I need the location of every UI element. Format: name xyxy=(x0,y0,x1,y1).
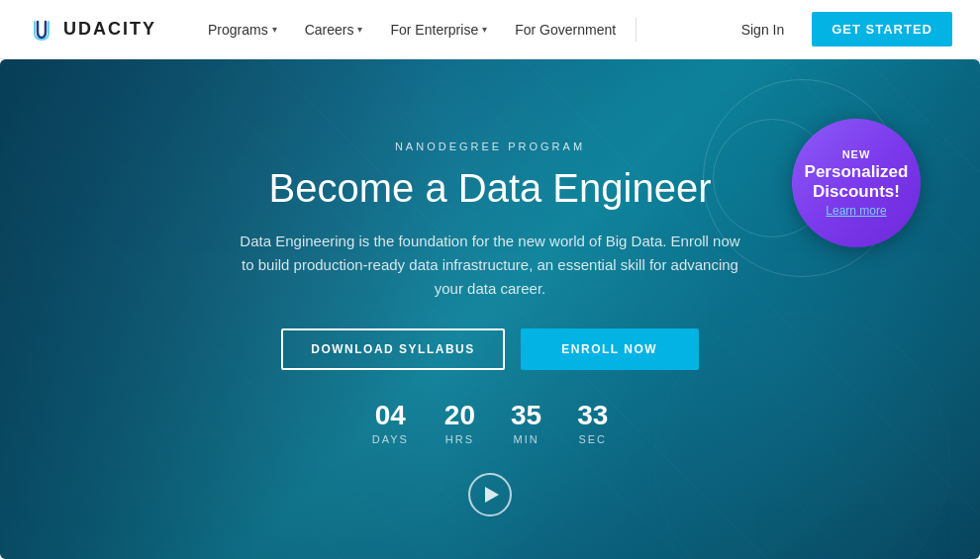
logo-link[interactable]: UDACITY xyxy=(28,16,156,44)
sign-in-button[interactable]: Sign In xyxy=(730,14,797,46)
chevron-down-icon: ▾ xyxy=(482,24,487,35)
countdown-timer: 04 DAYS 20 HRS 35 MIN 33 SEC xyxy=(193,402,787,445)
play-video-button[interactable] xyxy=(468,473,512,516)
discount-badge: NEW Personalized Discounts! Learn more xyxy=(792,119,921,247)
get-started-button[interactable]: GET STARTED xyxy=(812,12,952,47)
navbar: UDACITY Programs ▾ Careers ▾ For Enterpr… xyxy=(0,0,980,59)
logo-text: UDACITY xyxy=(63,19,156,40)
nav-item-enterprise[interactable]: For Enterprise ▾ xyxy=(378,14,499,46)
countdown-seconds-number: 33 xyxy=(577,402,608,429)
udacity-logo-icon xyxy=(28,16,55,44)
countdown-seconds: 33 SEC xyxy=(577,402,608,445)
hero-title: Become a Data Engineer xyxy=(193,164,787,212)
hero-section: NEW Personalized Discounts! Learn more N… xyxy=(0,59,980,559)
download-syllabus-button[interactable]: DOWNLOAD SYLLABUS xyxy=(281,328,505,370)
countdown-seconds-label: SEC xyxy=(577,433,608,445)
nav-links: Programs ▾ Careers ▾ For Enterprise ▾ Fo… xyxy=(196,14,628,46)
badge-title: Personalized Discounts! xyxy=(802,162,911,203)
learn-more-link[interactable]: Learn more xyxy=(826,204,886,218)
hero-description: Data Engineering is the foundation for t… xyxy=(233,230,747,301)
hero-content: NANODEGREE PROGRAM Become a Data Enginee… xyxy=(193,140,787,516)
hero-buttons: DOWNLOAD SYLLABUS ENROLL NOW xyxy=(193,328,787,370)
nav-divider xyxy=(636,18,637,42)
countdown-minutes: 35 MIN xyxy=(511,402,541,445)
nav-item-careers[interactable]: Careers ▾ xyxy=(293,14,375,46)
nav-item-government[interactable]: For Government xyxy=(503,14,628,46)
badge-new-label: NEW xyxy=(842,148,871,160)
chevron-down-icon: ▾ xyxy=(272,24,277,35)
nanodegree-label: NANODEGREE PROGRAM xyxy=(193,140,787,152)
nav-item-programs[interactable]: Programs ▾ xyxy=(196,14,289,46)
countdown-hours: 20 HRS xyxy=(444,402,475,445)
countdown-days-number: 04 xyxy=(372,402,409,429)
countdown-minutes-label: MIN xyxy=(511,433,541,445)
countdown-days-label: DAYS xyxy=(372,433,409,445)
countdown-minutes-number: 35 xyxy=(511,402,541,429)
countdown-days: 04 DAYS xyxy=(372,402,409,445)
nav-right: Sign In GET STARTED xyxy=(730,12,952,47)
countdown-hours-number: 20 xyxy=(444,402,475,429)
enroll-now-button[interactable]: ENROLL NOW xyxy=(521,328,699,370)
countdown-hours-label: HRS xyxy=(444,433,475,445)
chevron-down-icon: ▾ xyxy=(357,24,362,35)
